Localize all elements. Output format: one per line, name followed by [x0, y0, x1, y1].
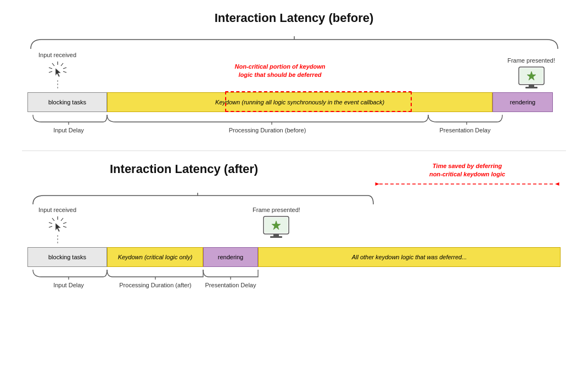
bar-keydown-before: Keydown (running all logic synchronously… [107, 92, 492, 112]
svg-text:Input Delay: Input Delay [53, 282, 84, 288]
section-divider [22, 151, 566, 151]
svg-line-28 [49, 222, 52, 224]
monitor-icon-after [261, 215, 291, 239]
svg-line-26 [63, 226, 66, 227]
svg-rect-35 [273, 234, 279, 236]
svg-line-25 [63, 222, 66, 224]
section-before-inner: Input received [22, 52, 566, 134]
svg-text:Processing Duration (before): Processing Duration (before) [229, 127, 306, 133]
svg-text:Presentation Delay: Presentation Delay [205, 282, 256, 288]
svg-line-27 [52, 218, 54, 221]
bar-keydown-after: Keydown (critical logic only) [107, 247, 203, 267]
input-frame-row-after: Input received [22, 207, 566, 245]
bar-deferred-after: All other keydown logic that was deferre… [258, 247, 561, 267]
bars-row-before: blocking tasks Keydown (running all logi… [27, 92, 561, 112]
frame-presented-before: Frame presented! [507, 57, 555, 90]
input-received-after: Input received [38, 207, 76, 245]
svg-line-29 [49, 226, 52, 227]
svg-line-6 [49, 68, 52, 69]
svg-line-5 [52, 63, 54, 66]
bar-rendering-after: rendering [203, 247, 258, 267]
braces-below-after: Input Delay Processing Duration (after) … [27, 267, 555, 289]
svg-text:Input Delay: Input Delay [53, 127, 84, 133]
main-container: Interaction Latency (before) Input recei… [0, 0, 588, 316]
section-after: Interaction Latency (after) Time saved b… [22, 162, 566, 289]
section-before-title: Interaction Latency (before) [22, 11, 566, 25]
section-before: Interaction Latency (before) Input recei… [22, 11, 566, 134]
bar-rendering-before: rendering [492, 92, 553, 112]
input-received-before: Input received [38, 52, 76, 90]
svg-marker-8 [55, 68, 61, 77]
bar-blocking-after: blocking tasks [27, 247, 107, 267]
svg-line-4 [63, 71, 66, 73]
bars-row-after: blocking tasks Keydown (critical logic o… [27, 247, 561, 267]
svg-text:Presentation Delay: Presentation Delay [440, 127, 491, 133]
braces-below-before: Input Delay Processing Duration (before)… [27, 112, 555, 134]
svg-rect-13 [529, 85, 534, 87]
svg-line-24 [61, 218, 63, 221]
red-annotation-before: Non-critical portion of keydownlogic tha… [225, 63, 335, 80]
monitor-icon-before [517, 66, 546, 90]
svg-line-3 [63, 68, 66, 69]
svg-line-7 [49, 71, 52, 73]
svg-line-2 [61, 63, 63, 66]
section-after-inner: Input received [22, 207, 566, 289]
bar-blocking-before: blocking tasks [27, 92, 107, 112]
frame-presented-after: Frame presented! [253, 207, 300, 239]
svg-marker-30 [55, 223, 61, 232]
time-saved-arrow [374, 179, 561, 189]
top-brace-before [25, 35, 563, 52]
svg-rect-36 [270, 236, 282, 238]
dashed-line-after [57, 235, 58, 245]
svg-text:Processing Duration (after): Processing Duration (after) [119, 282, 191, 288]
cursor-burst-before [48, 60, 68, 80]
svg-rect-14 [525, 87, 537, 88]
section-after-title: Interaction Latency (after) [22, 162, 374, 176]
cursor-burst-after [48, 215, 68, 235]
dashed-line-before [57, 80, 58, 90]
time-saved-annotation: Time saved by deferringnon-critical keyd… [374, 162, 561, 189]
top-brace-after [27, 192, 379, 207]
